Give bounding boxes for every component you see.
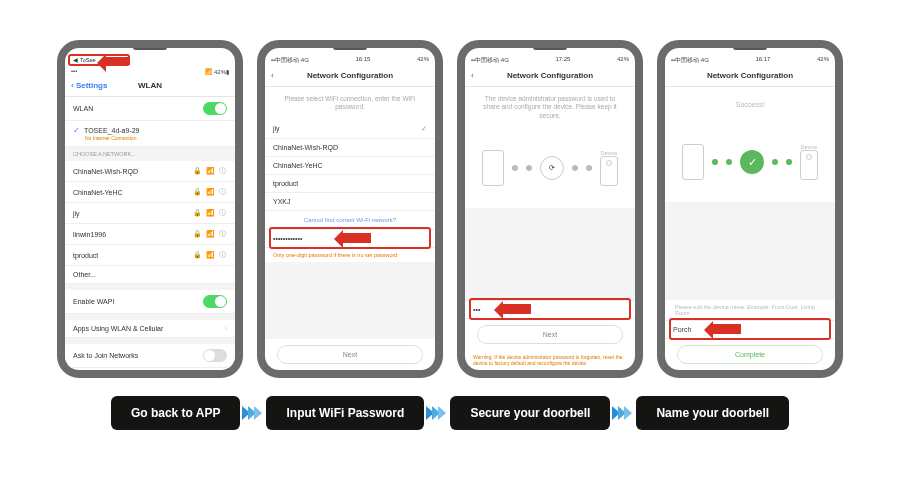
back-icon[interactable]: ‹ — [271, 71, 274, 80]
back-icon[interactable]: ‹ — [471, 71, 474, 80]
arrow-icon — [501, 304, 531, 314]
check-icon: ✓ — [73, 126, 80, 135]
page-title: WLAN — [138, 81, 162, 90]
phone-speaker — [333, 45, 367, 50]
network-item[interactable]: ChinaNet-Wish-RQD🔒 📶 ⓘ — [65, 161, 235, 182]
complete-button[interactable]: Complete — [677, 345, 823, 364]
chevron-icon — [614, 406, 632, 420]
toggle-off-icon[interactable] — [203, 349, 227, 362]
phone-speaker — [533, 45, 567, 50]
arrow-icon — [104, 57, 130, 65]
network-item[interactable]: tproduct — [265, 175, 435, 193]
phone-icon — [682, 144, 704, 180]
chevron-icon — [244, 406, 262, 420]
wlan-titlebar: ‹ Settings WLAN — [65, 77, 235, 97]
captions-row: Go back to APP Input WiFi Password Secur… — [30, 396, 870, 430]
phone-wlan-settings: ◀ToSee •••📶 42%▮ ‹ Settings WLAN WLAN ✓T… — [57, 40, 243, 378]
next-button[interactable]: Next — [477, 325, 623, 344]
page-title: Network Configuration — [507, 71, 593, 80]
pairing-diagram: ⟳ Device — [465, 128, 635, 208]
hint-text: Please edit the device name. Example: Fr… — [665, 300, 835, 320]
warning-text: Warning: If the device administrator pas… — [465, 350, 635, 370]
wapi-toggle[interactable]: Enable WAPI — [65, 290, 235, 314]
toggle-on-icon[interactable] — [203, 295, 227, 308]
doorbell-icon — [600, 156, 618, 186]
phone-name-doorbell: ••中国移动 4G16:1742% Network Configuration … — [657, 40, 843, 378]
network-item[interactable]: ChinaNet-Wish-RQD — [265, 139, 435, 157]
connected-network[interactable]: ✓TOSEE_4d-a9-29 No Internet Connection — [65, 121, 235, 147]
step-caption: Go back to APP — [111, 396, 241, 430]
step-caption: Secure your doorbell — [450, 396, 610, 430]
next-button[interactable]: Next — [277, 345, 423, 364]
phone-wifi-password: ••中国移动 4G16:1542% ‹Network Configuration… — [257, 40, 443, 378]
page-title: Network Configuration — [307, 71, 393, 80]
back-button[interactable]: ‹ Settings — [71, 81, 107, 90]
section-header: CHOOSE A NETWORK... — [65, 147, 235, 161]
chevron-icon — [428, 406, 446, 420]
doorbell-icon — [800, 150, 818, 180]
network-item[interactable]: tproduct🔒 📶 ⓘ — [65, 245, 235, 266]
network-item[interactable]: linwin1996🔒 📶 ⓘ — [65, 224, 235, 245]
phones-row: ◀ToSee •••📶 42%▮ ‹ Settings WLAN WLAN ✓T… — [30, 40, 870, 378]
check-circle-icon: ✓ — [740, 150, 764, 174]
warning-text: Only one-digit password if there is no s… — [265, 248, 435, 262]
wlan-toggle-row[interactable]: WLAN — [65, 97, 235, 121]
check-icon: ✓ — [421, 125, 427, 133]
step-caption: Input WiFi Password — [266, 396, 424, 430]
instruction-text: The device administrator password is use… — [465, 87, 635, 128]
toggle-on-icon[interactable] — [203, 102, 227, 115]
phone-secure-doorbell: ••中国移动 4G17:2542% ‹Network Configuration… — [457, 40, 643, 378]
success-text: Success! — [665, 87, 835, 122]
network-item[interactable]: ChinaNet-YeHC🔒 📶 ⓘ — [65, 182, 235, 203]
ask-join[interactable]: Ask to Join Networks — [65, 344, 235, 368]
arrow-icon — [341, 233, 371, 243]
network-other[interactable]: Other... — [65, 266, 235, 284]
network-item[interactable]: jiy🔒 📶 ⓘ — [65, 203, 235, 224]
step-caption: Name your doorbell — [636, 396, 789, 430]
apps-using-wlan[interactable]: Apps Using WLAN & Cellular› — [65, 320, 235, 338]
highlight-device-name — [669, 318, 831, 340]
phone-icon — [482, 150, 504, 186]
highlight-tosee-pill: ◀ToSee — [68, 54, 130, 66]
arrow-icon — [711, 324, 741, 334]
success-diagram: ✓ Device — [665, 122, 835, 202]
selected-network[interactable]: jiy✓ — [265, 120, 435, 139]
phone-speaker — [133, 45, 167, 50]
loading-icon: ⟳ — [540, 156, 564, 180]
phone-speaker — [733, 45, 767, 50]
network-item[interactable]: YXKJ — [265, 193, 435, 211]
network-item[interactable]: ChinaNet-YeHC — [265, 157, 435, 175]
instruction-text: Please select WiFi connection, enter the… — [265, 87, 435, 120]
page-title: Network Configuration — [707, 71, 793, 80]
